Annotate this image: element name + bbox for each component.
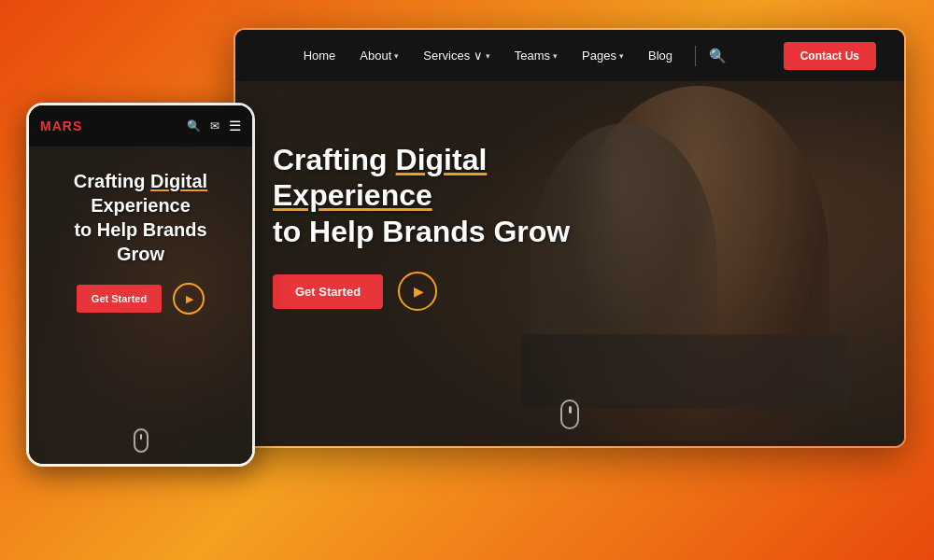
nav-item-home[interactable]: Home	[294, 43, 346, 68]
desktop-hero: Home About ▾ Services ∨ ▾ Teams ▾ Pages …	[235, 30, 904, 446]
mobile-scroll-dot	[140, 434, 142, 440]
logo-ars: ARS	[52, 119, 83, 133]
nav-item-blog[interactable]: Blog	[639, 43, 682, 68]
mobile-hero-experience: Experience	[91, 195, 191, 216]
hero-title-craft: C	[273, 143, 294, 176]
logo-m: M	[40, 119, 52, 133]
contact-us-button[interactable]: Contact Us	[784, 42, 876, 70]
nav-item-services[interactable]: Services ∨ ▾	[414, 43, 499, 68]
mobile-play-icon: ▶	[186, 293, 193, 305]
mobile-hero-title: Crafting Digital Experience to Help Bran…	[42, 169, 239, 266]
about-chevron: ▾	[394, 51, 399, 61]
nav-item-pages[interactable]: Pages ▾	[573, 43, 633, 68]
mobile-menu-icon[interactable]: ☰	[229, 118, 241, 134]
scroll-dot	[569, 406, 572, 413]
desktop-mockup: Home About ▾ Services ∨ ▾ Teams ▾ Pages …	[234, 28, 906, 448]
desktop-navbar: Home About ▾ Services ∨ ▾ Teams ▾ Pages …	[235, 30, 904, 81]
hero-title-raft: rafting Digital Experience	[273, 143, 487, 212]
desktop-hero-content: Crafting Digital Experience to Help Bran…	[273, 142, 628, 311]
get-started-button[interactable]: Get Started	[273, 274, 383, 309]
mobile-scroll-mouse	[134, 428, 149, 453]
nav-about-label: About	[360, 49, 391, 63]
nav-services-label: Services ∨	[423, 49, 482, 63]
mobile-hero-content: Crafting Digital Experience to Help Bran…	[42, 169, 239, 315]
services-chevron: ▾	[486, 51, 490, 61]
pages-chevron: ▾	[619, 51, 624, 61]
nav-item-about[interactable]: About ▾	[350, 43, 408, 68]
nav-item-teams[interactable]: Teams ▾	[505, 43, 567, 68]
mobile-mail-icon[interactable]: ✉	[210, 119, 219, 133]
nav-teams-label: Teams	[515, 49, 550, 63]
teams-chevron: ▾	[553, 51, 558, 61]
hero-title-digital: Digital Experience	[273, 143, 487, 212]
mobile-get-started-button[interactable]: Get Started	[77, 285, 162, 313]
nav-blog-label: Blog	[648, 49, 672, 63]
mobile-play-button[interactable]: ▶	[173, 283, 205, 315]
mobile-logo: MARS	[40, 119, 82, 133]
mobile-navbar: MARS 🔍 ✉ ☰	[29, 105, 252, 147]
mobile-search-icon[interactable]: 🔍	[187, 119, 201, 133]
scroll-indicator	[560, 399, 579, 429]
desktop-hero-actions: Get Started ▶	[273, 272, 628, 311]
nav-items: Home About ▾ Services ∨ ▾ Teams ▾ Pages …	[263, 43, 757, 68]
desktop-hero-title: Crafting Digital Experience to Help Bran…	[273, 142, 628, 249]
mobile-hero-brands: to Help Brands	[74, 219, 206, 240]
nav-divider	[695, 46, 696, 66]
hero-title-line2: to Help Brands Grow	[273, 215, 570, 248]
mobile-nav-icons: 🔍 ✉ ☰	[187, 118, 241, 134]
nav-home-label: Home	[304, 49, 336, 63]
play-icon: ▶	[414, 284, 424, 299]
mobile-mockup: MARS 🔍 ✉ ☰ Crafting Digital Experience t…	[26, 103, 255, 467]
play-button[interactable]: ▶	[398, 272, 437, 311]
search-icon[interactable]: 🔍	[709, 48, 727, 64]
mobile-hero-grow: Grow	[117, 244, 164, 264]
mobile-hero-actions: Get Started ▶	[42, 283, 239, 315]
mobile-scroll-indicator	[134, 428, 149, 453]
mobile-hero-digital: Digital	[150, 171, 207, 191]
mobile-inner: MARS 🔍 ✉ ☰ Crafting Digital Experience t…	[29, 105, 252, 464]
nav-pages-label: Pages	[582, 49, 616, 63]
scroll-mouse	[560, 399, 579, 429]
